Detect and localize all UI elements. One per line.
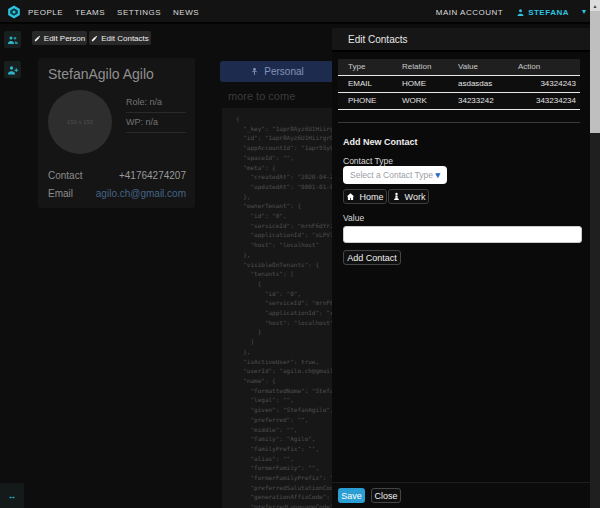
table-row[interactable]: EMAIL HOME asdasdas 34324243: [338, 76, 580, 93]
page-scrollbar[interactable]: ▲: [590, 0, 600, 508]
nav-item-news[interactable]: NEWS: [173, 8, 199, 17]
add-contact-button[interactable]: Add Contact: [343, 250, 401, 265]
table-header-row: Type Relation Value Action: [338, 59, 580, 76]
edit-contacts-label: Edit Contacts: [101, 34, 149, 43]
avatar: 150 x 150: [48, 90, 112, 154]
avatar-placeholder: 150 x 150: [67, 119, 93, 125]
cell-type: EMAIL: [348, 76, 402, 92]
nav-item-settings[interactable]: SETTINGS: [117, 8, 161, 17]
scroll-up-arrow-icon[interactable]: ▲: [590, 0, 600, 11]
user-menu[interactable]: STEFANA: [516, 8, 569, 17]
email-link[interactable]: agilo.ch@gmail.com: [96, 188, 186, 199]
contact-value: +41764274207: [119, 170, 186, 181]
person-add-icon: [7, 64, 19, 76]
col-action: Action: [518, 59, 576, 75]
people-group-icon: [7, 34, 19, 46]
contact-row: Contact +41764274207: [48, 170, 186, 181]
email-label: Email: [48, 188, 73, 199]
edit-contacts-button[interactable]: Edit Contacts: [89, 31, 151, 45]
email-row: Email agilo.ch@gmail.com: [48, 188, 186, 199]
profile-wp: WP: n/a: [126, 114, 186, 133]
tab-personal[interactable]: Personal: [220, 61, 334, 82]
main-nav: PEOPLE TEAMS SETTINGS NEWS: [28, 0, 199, 24]
json-viewer: { "_key": "1apr8Ayz6U1HiirgrQ9JjJK", "id…: [222, 108, 332, 508]
main-account-link[interactable]: MAIN ACCOUNT: [436, 8, 503, 17]
work-person-icon: [392, 192, 401, 201]
cell-value: 34233242: [458, 93, 518, 109]
col-value: Value: [458, 59, 518, 75]
nav-item-people[interactable]: PEOPLE: [28, 8, 63, 17]
table-row[interactable]: PHONE WORK 34233242 343234234: [338, 93, 580, 110]
chevron-down-icon[interactable]: ▾: [582, 8, 586, 16]
profile-name: StefanAgilo Agilo: [48, 66, 154, 82]
app-window: PEOPLE TEAMS SETTINGS NEWS MAIN ACCOUNT …: [0, 0, 600, 508]
close-button[interactable]: Close: [371, 488, 401, 503]
contact-type-select[interactable]: Select a Contact Type ▾: [343, 166, 447, 184]
cell-action[interactable]: 34324243: [518, 76, 576, 92]
save-button[interactable]: Save: [338, 488, 365, 503]
user-name: STEFANA: [528, 8, 569, 17]
col-type: Type: [348, 59, 402, 75]
sidebar-item-person-add[interactable]: [4, 61, 21, 78]
edit-person-label: Edit Person: [44, 34, 85, 43]
section-divider: [338, 122, 580, 123]
cell-value: asdasdas: [458, 76, 518, 92]
modal-footer: Save Close: [332, 482, 590, 508]
contact-type-selected-value: Select a Contact Type: [350, 170, 433, 180]
profile-card: StefanAgilo Agilo 150 x 150 Role: n/a WP…: [38, 58, 195, 208]
modal-header: Edit Contacts: [332, 28, 590, 52]
edit-person-button[interactable]: Edit Person: [32, 31, 87, 45]
cell-action[interactable]: 343234234: [518, 93, 576, 109]
home-icon: [346, 192, 355, 201]
profile-role: Role: n/a: [126, 94, 186, 113]
scrollbar-thumb[interactable]: [590, 11, 600, 133]
value-label: Value: [343, 213, 364, 223]
sidebar-item-people-group[interactable]: [4, 31, 21, 48]
relation-work-button[interactable]: Work: [388, 189, 429, 204]
navbar-right: MAIN ACCOUNT STEFANA ▾: [436, 0, 586, 24]
modal-title: Edit Contacts: [332, 28, 590, 52]
resize-horizontal-icon[interactable]: ↔: [8, 491, 17, 501]
app-logo-icon[interactable]: [7, 5, 21, 19]
value-input[interactable]: [343, 226, 582, 243]
tab-personal-label: Personal: [264, 66, 303, 77]
json-content: { "_key": "1apr8Ayz6U1HiirgrQ9JjJK", "id…: [236, 114, 332, 508]
add-new-contact-title: Add New Contact: [343, 137, 418, 147]
relation-work-label: Work: [405, 192, 426, 202]
relation-home-button[interactable]: Home: [343, 189, 387, 204]
contact-type-label: Contact Type: [343, 156, 393, 166]
top-navbar: PEOPLE TEAMS SETTINGS NEWS MAIN ACCOUNT …: [0, 0, 600, 24]
chevron-down-icon: ▾: [435, 171, 440, 180]
contact-label: Contact: [48, 170, 82, 181]
edit-contacts-modal: Edit Contacts Type Relation Value Action…: [332, 28, 590, 508]
sidebar-footer: ↔: [0, 483, 24, 508]
person-icon: [516, 8, 525, 17]
relation-home-label: Home: [359, 192, 383, 202]
cell-relation: WORK: [402, 93, 458, 109]
more-to-come-text: more to come: [228, 90, 295, 102]
nav-item-teams[interactable]: TEAMS: [75, 8, 105, 17]
contacts-table: Type Relation Value Action EMAIL HOME as…: [338, 59, 580, 110]
cell-relation: HOME: [402, 76, 458, 92]
cell-type: PHONE: [348, 93, 402, 109]
col-relation: Relation: [402, 59, 458, 75]
pencil-icon: [34, 35, 41, 42]
pencil-icon: [91, 35, 98, 42]
person-icon: [250, 67, 259, 76]
